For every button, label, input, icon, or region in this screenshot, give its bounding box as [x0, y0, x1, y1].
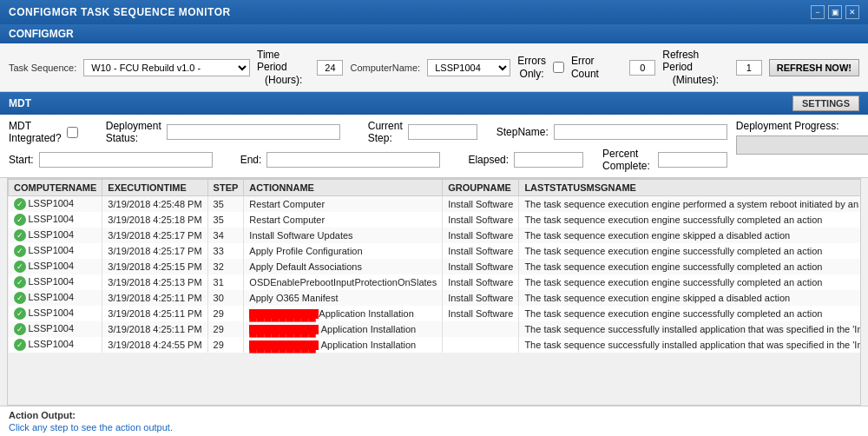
cell-actionname: █████████ Application Installation: [244, 321, 443, 337]
settings-button[interactable]: SETTINGS: [792, 96, 859, 111]
cell-laststatusmsgname: The task sequence execution engine succe…: [519, 306, 861, 321]
cell-step: 31: [207, 274, 244, 290]
table-row[interactable]: ✓LSSP10043/19/2018 4:25:11 PM29█████████…: [9, 321, 862, 337]
errors-only-checkbox[interactable]: [553, 62, 564, 73]
cell-step: 29: [207, 321, 244, 337]
cell-executiontime: 3/19/2018 4:25:11 PM: [102, 306, 207, 321]
data-table: COMPUTERNAME EXECUTIONTIME STEP ACTIONNA…: [8, 179, 861, 353]
cell-actionname: Apply Profile Configuration: [244, 243, 443, 259]
step-name-label: StepName:: [496, 126, 549, 138]
table-row[interactable]: ✓LSSP10043/19/2018 4:25:48 PM35Restart C…: [9, 196, 862, 213]
cell-executiontime: 3/19/2018 4:25:18 PM: [102, 212, 207, 228]
percent-complete-label: Percent Complete:: [602, 148, 653, 172]
cell-actionname: Restart Computer: [244, 196, 443, 213]
mdt-section: MDT SETTINGS MDT Integrated? Deployment …: [0, 92, 868, 178]
time-period-input[interactable]: 24: [317, 60, 343, 76]
col-groupname: GROUPNAME: [443, 180, 519, 196]
step-name-field: [554, 124, 727, 140]
restore-button[interactable]: ▣: [828, 5, 842, 19]
minimize-button[interactable]: −: [811, 5, 825, 19]
cell-groupname: [443, 337, 519, 353]
cell-laststatusmsgname: The task sequence execution engine succe…: [519, 243, 861, 259]
col-computername: COMPUTERNAME: [9, 180, 102, 196]
cell-executiontime: 3/19/2018 4:25:17 PM: [102, 243, 207, 259]
refresh-period-input[interactable]: [736, 60, 762, 76]
cell-laststatusmsgname: The task sequence execution engine succe…: [519, 259, 861, 274]
cell-laststatusmsgname: The task sequence execution engine skipp…: [519, 228, 861, 243]
close-button[interactable]: ✕: [845, 5, 859, 19]
cell-executiontime: 3/19/2018 4:25:15 PM: [102, 259, 207, 274]
cell-computername: ✓LSSP1004: [9, 306, 102, 321]
cell-groupname: Install Software: [443, 243, 519, 259]
cell-computername: ✓LSSP1004: [9, 212, 102, 228]
window-controls[interactable]: − ▣ ✕: [811, 5, 859, 19]
action-output-section: Action Output: Click any step to see the…: [0, 406, 868, 436]
cell-laststatusmsgname: The task sequence successfully installed…: [519, 337, 861, 353]
title-bar: CONFIGMGR TASK SEQUENCE MONITOR − ▣ ✕: [0, 0, 868, 24]
task-sequence-select[interactable]: W10 - FCU Rebuild v1.0 -: [83, 59, 250, 76]
refresh-now-button[interactable]: REFRESH NOW!: [769, 59, 859, 76]
cell-groupname: Install Software: [443, 306, 519, 321]
table-row[interactable]: ✓LSSP10043/19/2018 4:25:17 PM34Install S…: [9, 228, 862, 243]
table-row[interactable]: ✓LSSP10043/19/2018 4:25:15 PM32Apply Def…: [9, 259, 862, 274]
cell-groupname: [443, 321, 519, 337]
mdt-left: MDT Integrated? Deployment Status: Curre…: [9, 120, 727, 172]
cell-computername: ✓LSSP1004: [9, 228, 102, 243]
cell-executiontime: 3/19/2018 4:24:55 PM: [102, 337, 207, 353]
cell-groupname: Install Software: [443, 274, 519, 290]
mdt-right: Deployment Progress:: [727, 120, 868, 172]
start-label: Start:: [9, 154, 34, 166]
computer-name-select[interactable]: LSSP1004: [427, 59, 510, 76]
errors-only-label2: Only:: [520, 68, 544, 80]
table-header: COMPUTERNAME EXECUTIONTIME STEP ACTIONNA…: [9, 180, 862, 196]
table-row[interactable]: ✓LSSP10043/19/2018 4:25:11 PM30Apply O36…: [9, 290, 862, 306]
table-row[interactable]: ✓LSSP10043/19/2018 4:24:55 PM29█████████…: [9, 337, 862, 353]
task-sequence-label: Task Sequence:: [9, 63, 76, 73]
cell-actionname: Apply Default Associations: [244, 259, 443, 274]
cell-groupname: Install Software: [443, 259, 519, 274]
cell-executiontime: 3/19/2018 4:25:48 PM: [102, 196, 207, 213]
cell-step: 32: [207, 259, 244, 274]
cell-groupname: Install Software: [443, 196, 519, 213]
cell-step: 35: [207, 196, 244, 213]
errors-only-label: Errors: [517, 55, 546, 67]
deployment-status-field: [167, 124, 340, 140]
cell-laststatusmsgname: The task sequence execution engine skipp…: [519, 290, 861, 306]
cell-step: 33: [207, 243, 244, 259]
col-actionname: ACTIONNAME: [244, 180, 443, 196]
cell-computername: ✓LSSP1004: [9, 274, 102, 290]
table-row[interactable]: ✓LSSP10043/19/2018 4:25:13 PM31OSDEnable…: [9, 274, 862, 290]
error-count-label: Error Count: [571, 55, 622, 80]
mdt-header: MDT SETTINGS: [0, 92, 868, 115]
deployment-status-label: Deployment Status:: [106, 120, 161, 144]
cell-step: 30: [207, 290, 244, 306]
cell-groupname: Install Software: [443, 290, 519, 306]
start-field: [39, 152, 213, 168]
table-row[interactable]: ✓LSSP10043/19/2018 4:25:11 PM29█████████…: [9, 306, 862, 321]
deployment-progress-label: Deployment Progress:: [736, 120, 839, 132]
col-executiontime: EXECUTIONTIME: [102, 180, 207, 196]
toolbar: Task Sequence: W10 - FCU Rebuild v1.0 - …: [0, 43, 868, 92]
time-period-label2: (Hours):: [265, 74, 302, 86]
refresh-period-label: Refresh Period: [662, 49, 729, 74]
configmgr-header: CONFIGMGR: [0, 24, 868, 43]
cell-computername: ✓LSSP1004: [9, 337, 102, 353]
col-laststatusmsgname: LASTSTATUSMSGNAME: [519, 180, 861, 196]
cell-laststatusmsgname: The task sequence execution engine perfo…: [519, 196, 861, 213]
error-count-input[interactable]: [629, 60, 655, 76]
end-field: [266, 152, 440, 168]
cell-groupname: Install Software: [443, 212, 519, 228]
table-row[interactable]: ✓LSSP10043/19/2018 4:25:18 PM35Restart C…: [9, 212, 862, 228]
table-row[interactable]: ✓LSSP10043/19/2018 4:25:17 PM33Apply Pro…: [9, 243, 862, 259]
current-step-field: [408, 124, 477, 140]
cell-computername: ✓LSSP1004: [9, 290, 102, 306]
cell-actionname: Install Software Updates: [244, 228, 443, 243]
cell-actionname: Apply O365 Manifest: [244, 290, 443, 306]
mdt-timing-row: Start: End: Elapsed: Percent Complete:: [9, 148, 727, 172]
cell-computername: ✓LSSP1004: [9, 196, 102, 213]
cell-executiontime: 3/19/2018 4:25:17 PM: [102, 228, 207, 243]
mdt-integrated-checkbox[interactable]: [67, 127, 78, 138]
cell-actionname: Restart Computer: [244, 212, 443, 228]
cell-actionname: OSDEnablePrebootInputProtectionOnSlates: [244, 274, 443, 290]
cell-executiontime: 3/19/2018 4:25:13 PM: [102, 274, 207, 290]
